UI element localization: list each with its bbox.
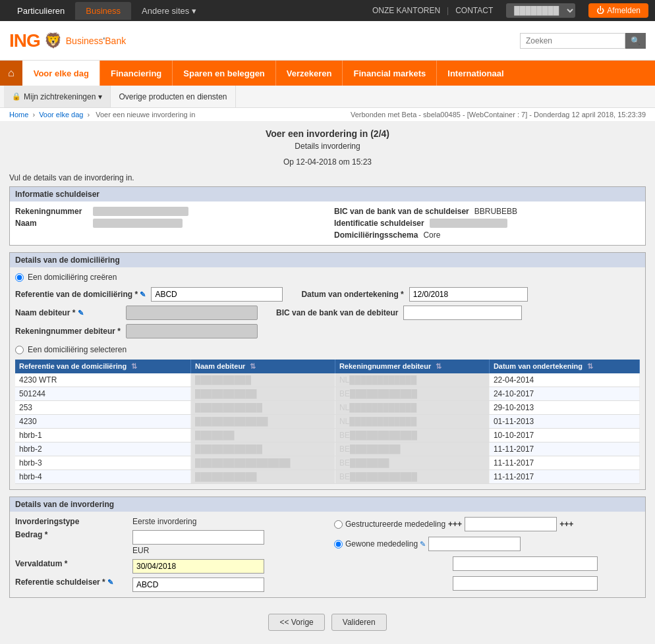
- referentie-dom-label: Referentie van de domiciliëring * ✎: [15, 290, 146, 299]
- nav-verzekeren[interactable]: Verzekeren: [275, 61, 343, 86]
- breadcrumb-voor-elke-dag[interactable]: Voor elke dag: [39, 111, 83, 119]
- invorderingstype-row: Invorderingstype Eerste invordering: [15, 517, 321, 526]
- gestructureerde-input[interactable]: [465, 517, 557, 531]
- nav-voor-elke-dag[interactable]: Voor elke dag: [22, 61, 100, 86]
- afmelden-button[interactable]: ⏻ Afmelden: [588, 3, 648, 18]
- radio-create-label: Een domiciliëring creëren: [28, 273, 117, 282]
- tab-particulieren[interactable]: Particulieren: [7, 2, 75, 20]
- naam-debiteur-label: Naam debiteur * ✎: [15, 308, 121, 317]
- logo-bar: ING 🦁 Business'Bank 🔍: [0, 21, 655, 61]
- datum-input[interactable]: [409, 287, 528, 302]
- col-rekening[interactable]: Rekeningnummer debiteur ⇅: [335, 360, 489, 373]
- invordering-header: Details van de invordering: [10, 497, 645, 512]
- search-input[interactable]: [520, 33, 625, 49]
- power-icon: ⏻: [596, 6, 604, 15]
- plus-left: +++: [448, 520, 462, 529]
- breadcrumb-bar: Home › Voor elke dag › Voer een nieuwe i…: [0, 108, 655, 122]
- radio-create-row: Een domiciliëring creëren: [15, 273, 640, 282]
- table-row[interactable]: 4230█████████████NL████████████01-11-201…: [15, 415, 640, 429]
- invorderingstype-label: Invorderingstype: [15, 517, 127, 526]
- gewone-label: Gewone mededeling ✎: [345, 539, 426, 549]
- domiciliering-header: Details van de domiciliëring: [10, 253, 645, 267]
- page-title: Voer een invordering in (2/4): [9, 128, 646, 139]
- identificatie-label: Identificatie schuldeiser: [334, 219, 424, 228]
- gestructureerde-row: Gestructureerde mededeling +++ +++: [334, 517, 640, 531]
- bic-debiteur-input[interactable]: [403, 306, 522, 320]
- home-button[interactable]: ⌂: [0, 61, 22, 86]
- subnav-mijn-zichtrekeningen[interactable]: 🔒 Mijn zichtrekeningen ▾: [4, 86, 111, 107]
- breadcrumb: Home › Voor elke dag › Voer een nieuwe i…: [9, 111, 197, 119]
- naam-debiteur-input[interactable]: [126, 306, 258, 320]
- table-row[interactable]: 501244███████████BE████████████24-10-201…: [15, 387, 640, 401]
- valideren-button[interactable]: Valideren: [331, 614, 387, 631]
- table-row[interactable]: hbrb-3█████████████████BE███████11-11-20…: [15, 456, 640, 470]
- bedrag-label: Bedrag *: [15, 530, 127, 539]
- nav-internationaal[interactable]: Internationaal: [436, 61, 514, 86]
- extra-input1[interactable]: [453, 556, 598, 571]
- gestructureerde-label: Gestructureerde mededeling: [345, 520, 445, 529]
- rekening-debiteur-row: Rekeningnummer debiteur *: [15, 324, 640, 338]
- lock-icon: 🔒: [12, 92, 21, 101]
- referentie-schuldeiser-row: Referentie schuldeiser * ✎: [15, 577, 321, 592]
- col-referentie[interactable]: Referentie van de domiciliëring ⇅: [15, 360, 190, 373]
- plus-right: +++: [559, 520, 573, 529]
- vorige-button[interactable]: << Vorige: [268, 614, 324, 631]
- rekeningnummer-label: Rekeningnummer: [15, 207, 88, 216]
- edit-naam-icon[interactable]: ✎: [78, 309, 84, 317]
- link-kantoren[interactable]: ONZE KANTOREN: [372, 6, 440, 15]
- naam-debiteur-row: Naam debiteur * ✎ BIC van de bank van de…: [15, 306, 640, 320]
- domiciliering-schema-label: Domiciliëringsschema: [334, 230, 418, 240]
- naam-value: ████████████████: [93, 219, 183, 228]
- rekeningnummer-value: BE██ ████ ████ ████: [93, 207, 188, 216]
- subnav-overige[interactable]: Overige producten en diensten: [111, 86, 235, 107]
- nav-financial-markets[interactable]: Financial markets: [342, 61, 436, 86]
- nav-financiering[interactable]: Financiering: [100, 61, 172, 86]
- tab-business[interactable]: Business: [75, 2, 131, 20]
- content-area: Voer een invordering in (2/4) Details in…: [0, 122, 655, 644]
- col-naam[interactable]: Naam debiteur ⇅: [190, 360, 335, 373]
- vervaldatum-input[interactable]: [132, 559, 264, 574]
- radio-select-row: Een domiciliëring selecteren: [15, 345, 640, 354]
- table-row[interactable]: hbrb-2████████████BE█████████11-11-2017: [15, 443, 640, 456]
- invordering-body: Invorderingstype Eerste invordering Bedr…: [10, 512, 645, 597]
- instruction-text: Vul de details van de invordering in.: [9, 173, 646, 182]
- edit-referentie-icon[interactable]: ✎: [140, 290, 146, 298]
- radio-create[interactable]: [15, 273, 24, 282]
- radio-select-label: Een domiciliëring selecteren: [28, 345, 127, 354]
- col-datum[interactable]: Datum van ondertekening ⇅: [489, 360, 639, 373]
- table-row[interactable]: 4230 WTR██████████NL████████████22-04-20…: [15, 373, 640, 387]
- rekening-debiteur-input[interactable]: [126, 324, 258, 338]
- breadcrumb-home[interactable]: Home: [9, 111, 28, 119]
- search-button[interactable]: 🔍: [625, 33, 646, 49]
- page-subtitle2: Op 12-04-2018 om 15:23: [9, 157, 646, 167]
- account-selector[interactable]: ████████: [506, 3, 575, 18]
- rekening-debiteur-label: Rekeningnummer debiteur *: [15, 327, 121, 336]
- referentie-dom-input[interactable]: [151, 287, 283, 302]
- edit-gewone-icon[interactable]: ✎: [420, 540, 426, 548]
- edit-referentie-schuldeiser-icon[interactable]: ✎: [107, 578, 113, 586]
- button-row: << Vorige Valideren: [9, 604, 646, 640]
- link-contact[interactable]: CONTACT: [455, 6, 493, 15]
- invordering-section: Details van de invordering Invorderingst…: [9, 496, 646, 598]
- extra-field1-row: [334, 556, 640, 571]
- identificatie-row: Identificatie schuldeiser BE████████████: [334, 219, 640, 228]
- table-row[interactable]: hbrb-4███████████BE████████████11-11-201…: [15, 470, 640, 484]
- rekening-row: Rekeningnummer BE██ ████ ████ ████: [15, 207, 321, 216]
- main-nav: ⌂ Voor elke dag Financiering Sparen en b…: [0, 61, 655, 86]
- radio-gewone[interactable]: [334, 540, 343, 549]
- nav-sparen-beleggen[interactable]: Sparen en beleggen: [172, 61, 275, 86]
- sub-nav: 🔒 Mijn zichtrekeningen ▾ Overige product…: [0, 86, 655, 108]
- bedrag-input[interactable]: [132, 530, 264, 545]
- extra-input2[interactable]: [453, 576, 598, 591]
- ing-lion-icon: 🦁: [44, 32, 62, 49]
- table-row[interactable]: 253████████████NL████████████29-10-2013: [15, 401, 640, 415]
- gewone-input[interactable]: [428, 537, 521, 551]
- radio-select[interactable]: [15, 346, 24, 354]
- table-row[interactable]: hbrb-1███████BE████████████10-10-2017: [15, 429, 640, 443]
- top-bar: Particulieren Business Andere sites ▾ ON…: [0, 0, 655, 21]
- radio-gestructureerd[interactable]: [334, 520, 343, 529]
- bic-row: BIC van de bank van de schuldeiser BBRUB…: [334, 207, 640, 216]
- referentie-schuldeiser-input[interactable]: [132, 577, 264, 592]
- schuldeiser-section: Informatie schuldeiser Rekeningnummer BE…: [9, 186, 646, 246]
- tab-other-sites[interactable]: Andere sites ▾: [131, 2, 207, 20]
